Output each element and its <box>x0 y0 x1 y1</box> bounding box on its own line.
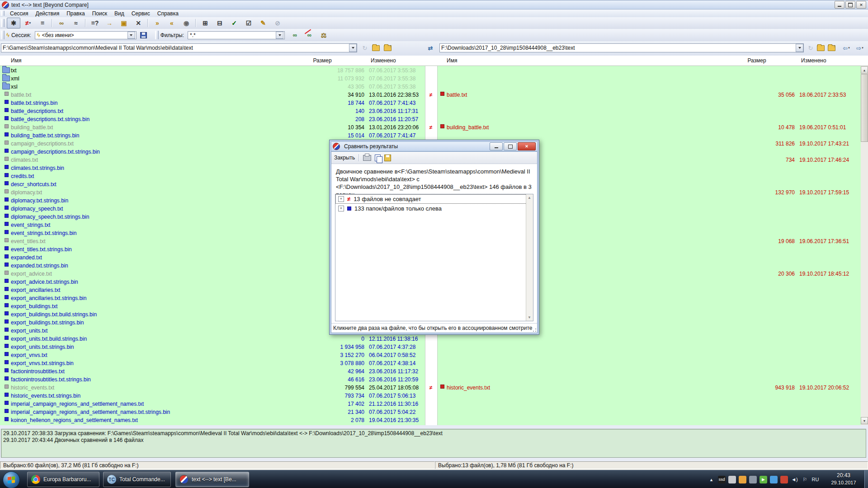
maximize-button[interactable] <box>845 1 855 9</box>
dialog-scroll-down-icon[interactable]: ▼ <box>527 315 532 319</box>
new-session-icon[interactable]: ϟ <box>6 32 9 38</box>
file-row[interactable]: export_vnvs.txt3 152 27006.04.2017 0:58:… <box>0 351 868 359</box>
messenger-tray-icon[interactable] <box>770 476 778 483</box>
file-row[interactable]: export_units.txt.build.strings.bin012.11… <box>0 335 868 343</box>
session-select[interactable]: ϟ <без имени> <box>35 31 137 39</box>
menu-сервис[interactable]: Сервис <box>128 10 154 17</box>
clock-tray-icon[interactable] <box>739 476 746 483</box>
filters-select[interactable]: *.* <box>188 31 285 39</box>
file-row[interactable]: battle.txt34 91013.01.2016 22:38:53≠batt… <box>0 91 868 99</box>
right-size-column-header[interactable]: Размер <box>719 57 795 64</box>
show-desktop-button[interactable] <box>864 470 868 488</box>
start-button[interactable] <box>3 471 20 488</box>
show-matches-button-icon[interactable]: = <box>36 18 49 28</box>
taskbar-clock[interactable]: 20:43 29.10.2017 <box>823 472 864 487</box>
ignore-minor-button-icon[interactable]: ≈ <box>69 18 83 28</box>
view-glasses-button-icon[interactable]: ∞ <box>55 18 68 28</box>
copy-file-right-button-icon[interactable]: → <box>103 18 116 28</box>
minimize-button[interactable] <box>835 1 844 9</box>
title-bar[interactable]: text <--> text [Beyond Compare] ✕ <box>0 0 868 9</box>
show-mismatches-button-icon[interactable]: ≠▾ <box>21 18 35 28</box>
taskbar-button-chrome[interactable]: Europa Barbaroru... <box>27 472 99 487</box>
save-session-icon[interactable] <box>140 32 147 38</box>
hide-filters-glasses-icon[interactable]: ∞ <box>302 30 316 41</box>
update-tray-icon[interactable] <box>749 476 757 483</box>
touch-button-icon[interactable]: ✎ <box>256 18 270 28</box>
volume-tray-icon[interactable]: ◄) <box>791 476 798 483</box>
file-row[interactable]: battle.txt.strings.bin18 74407.06.2017 7… <box>0 99 868 107</box>
tree-item[interactable]: +≠13 файлов не совпадает <box>335 194 533 204</box>
expand-all-button-icon[interactable]: ⊞ <box>198 18 212 28</box>
rules-button-icon[interactable]: ✱ <box>7 18 20 28</box>
expand-icon[interactable]: + <box>338 206 344 211</box>
menu-поиск[interactable]: Поиск <box>89 10 111 17</box>
right-refresh-icon[interactable]: ↻ <box>806 43 816 52</box>
flag-tray-icon[interactable]: ⚐ <box>801 476 809 483</box>
file-row[interactable]: battle_descriptions.txt.strings.bin20823… <box>0 115 868 123</box>
scroll-up-icon[interactable]: ▲ <box>861 66 868 74</box>
save-icon[interactable] <box>384 155 391 161</box>
left-parent-folder-icon[interactable]: ↑ <box>382 43 392 52</box>
antivirus-tray-icon[interactable] <box>780 476 788 483</box>
filters-dropdown-icon[interactable] <box>276 32 283 39</box>
right-path-dropdown-icon[interactable] <box>796 44 803 52</box>
file-row[interactable]: txt18 757 88607.06.2017 3:55:38 <box>0 66 868 75</box>
file-row[interactable]: factionintrosubtitles.txt.strings.bin46 … <box>0 375 868 384</box>
tree-item[interactable]: +133 папок/файлов только слева <box>335 204 533 213</box>
right-parent-folder-icon[interactable]: ↑ <box>826 43 836 52</box>
collapse-all-button-icon[interactable]: ⊟ <box>213 18 226 28</box>
rules-scales-icon[interactable]: ⚖ <box>317 30 330 41</box>
left-path-dropdown-icon[interactable] <box>349 44 357 52</box>
right-path-input[interactable] <box>440 44 796 52</box>
copy-all-left-button-icon[interactable]: « <box>165 18 179 28</box>
menu-действия[interactable]: Действия <box>32 10 63 17</box>
scroll-thumb[interactable] <box>861 74 868 142</box>
file-row[interactable]: building_battle.txt10 35413.01.2016 23:2… <box>0 123 868 131</box>
file-row[interactable]: battle_descriptions.txt14023.06.2016 11:… <box>0 107 868 115</box>
left-name-column-header[interactable]: Имя <box>11 57 21 64</box>
show-filters-glasses-icon[interactable]: ∞ <box>288 30 302 41</box>
left-modified-column-header[interactable]: Изменено <box>371 57 396 64</box>
taskbar-button-beyond-compare[interactable]: text <--> text [Be... <box>175 472 249 487</box>
left-path-input[interactable] <box>1 44 349 52</box>
dialog-maximize-button[interactable] <box>504 142 517 150</box>
print-icon[interactable] <box>363 155 371 161</box>
menu-справка[interactable]: Справка <box>154 10 182 17</box>
right-path-box[interactable] <box>439 43 804 52</box>
hidden-icons-chevron[interactable]: ▴ <box>708 476 715 483</box>
right-modified-column-header[interactable]: Изменено <box>801 57 826 64</box>
taskbar-button-total-commander[interactable]: TCTotal Commande... <box>103 472 171 487</box>
toggle-checkbox-button-icon[interactable]: ☑ <box>242 18 255 28</box>
file-row[interactable]: xsl43 30507.06.2017 3:55:38 <box>0 83 868 91</box>
right-name-column-header[interactable]: Имя <box>447 57 457 64</box>
copy-all-right-button-icon[interactable]: » <box>151 18 164 28</box>
copy-icon[interactable] <box>375 155 381 161</box>
left-browse-folder-icon[interactable] <box>371 43 381 52</box>
left-path-box[interactable] <box>1 43 357 52</box>
scheduler-tray-icon[interactable] <box>728 476 736 483</box>
snapshot-button-icon[interactable]: ◉ <box>179 18 193 28</box>
session-dropdown-icon[interactable] <box>127 32 135 39</box>
player-tray-icon[interactable]: ▶ <box>760 476 767 483</box>
select-check-button-icon[interactable]: ✓ <box>227 18 241 28</box>
forward-icon[interactable]: ⇨▾ <box>854 43 866 52</box>
file-row[interactable]: koinon_hellenon_regions_and_settlement_n… <box>0 416 868 424</box>
file-row[interactable]: imperial_campaign_regions_and_settlement… <box>0 408 868 416</box>
dialog-close-button[interactable]: ✕ <box>518 142 536 150</box>
right-browse-folder-icon[interactable] <box>816 43 826 52</box>
file-row[interactable]: export_units.txt.strings.bin1 934 95807.… <box>0 343 868 351</box>
new-folder-button-icon[interactable]: ▣ <box>117 18 131 28</box>
dialog-scrollbar[interactable]: ▲ ▼ <box>526 194 533 321</box>
left-size-column-header[interactable]: Размер <box>280 57 364 64</box>
file-row[interactable]: export_vnvs.txt.strings.bin3 078 88007.0… <box>0 359 868 367</box>
file-row[interactable]: imperial_campaign_regions_and_settlement… <box>0 400 868 408</box>
dialog-title-bar[interactable]: Сравнить результаты ✕ <box>331 141 538 151</box>
swap-sides-icon[interactable]: ⇄ <box>425 43 435 52</box>
file-row[interactable]: historic_events.txt.strings.bin793 73407… <box>0 392 868 400</box>
file-row[interactable]: building_battle.txt.strings.bin15 01407.… <box>0 131 868 140</box>
expand-icon[interactable]: + <box>338 196 344 202</box>
left-refresh-icon[interactable]: ↻ <box>360 43 370 52</box>
compare-contents-button-icon[interactable]: =? <box>88 18 102 28</box>
abort-button-icon[interactable]: ⊘ <box>271 18 284 28</box>
menu-сессия[interactable]: Сессия <box>6 10 32 17</box>
